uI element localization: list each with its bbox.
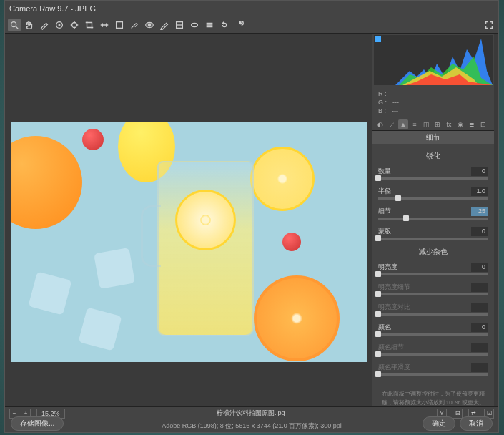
slider-mask[interactable]: 蒙版0 bbox=[378, 227, 488, 240]
tab-detail-icon[interactable]: ▲ bbox=[398, 119, 408, 129]
svg-point-0 bbox=[11, 21, 16, 26]
rotate-left-icon[interactable] bbox=[218, 19, 231, 31]
section-noise: 减少杂色 bbox=[378, 247, 488, 257]
svg-point-7 bbox=[148, 24, 151, 26]
slider-color[interactable]: 颜色0 bbox=[378, 323, 488, 336]
preview-pane bbox=[5, 34, 372, 406]
save-image-button[interactable]: 存储图像... bbox=[11, 416, 64, 431]
slider-color-smooth: 颜色平滑度 bbox=[378, 363, 488, 376]
preview-image bbox=[11, 122, 367, 362]
section-sharpen: 锐化 bbox=[378, 151, 488, 161]
svg-rect-5 bbox=[117, 21, 123, 28]
svg-point-2 bbox=[56, 21, 63, 28]
right-panel: R : --- G : --- B : --- ◐ ⟋ ▲ ≡ ◫ ⊞ fx ◉… bbox=[372, 34, 494, 406]
white-balance-tool-icon[interactable] bbox=[38, 19, 51, 31]
panel-tab-strip: ◐ ⟋ ▲ ≡ ◫ ⊞ fx ◉ ≣ ⊡ bbox=[372, 118, 494, 131]
hand-tool-icon[interactable] bbox=[23, 19, 36, 31]
rgb-readout: R : --- G : --- B : --- bbox=[372, 87, 494, 118]
svg-point-10 bbox=[192, 23, 198, 26]
filename: 柠檬汁饮料拍图原图.jpg bbox=[71, 409, 431, 418]
svg-line-1 bbox=[16, 26, 19, 29]
footer-meta-bar: 存储图像... Adobe RGB (1998); 8 位; 5616 x 37… bbox=[5, 419, 498, 432]
panel-hint: 在此面板中调整控件时，为了使预览更精确，请将预览大小缩放到 100% 或更大。 bbox=[378, 390, 488, 406]
preferences-icon[interactable] bbox=[203, 19, 216, 31]
image-meta[interactable]: Adobe RGB (1998); 8 位; 5616 x 3744 (21.0… bbox=[162, 421, 342, 431]
tab-fx-icon[interactable]: fx bbox=[444, 119, 454, 129]
radial-filter-tool-icon[interactable] bbox=[188, 19, 201, 31]
red-eye-tool-icon[interactable] bbox=[143, 19, 156, 31]
zoom-tool-icon[interactable] bbox=[8, 19, 21, 31]
rotate-right-icon[interactable] bbox=[233, 19, 246, 31]
slider-radius[interactable]: 半径1.0 bbox=[378, 187, 488, 200]
transform-tool-icon[interactable] bbox=[113, 19, 126, 31]
title-bar: Camera Raw 9.7 - JPEG bbox=[5, 1, 498, 16]
slider-luminance[interactable]: 明亮度0 bbox=[378, 263, 488, 275]
crop-tool-icon[interactable] bbox=[83, 19, 96, 31]
color-sampler-tool-icon[interactable] bbox=[53, 19, 66, 31]
toolbar bbox=[5, 16, 498, 34]
targeted-adjustment-tool-icon[interactable] bbox=[68, 19, 81, 31]
preview-canvas[interactable] bbox=[9, 38, 368, 402]
app-window: Camera Raw 9.7 - JPEG bbox=[4, 0, 499, 433]
svg-point-4 bbox=[72, 22, 77, 27]
slider-luminance-contrast: 明亮度对比 bbox=[378, 303, 488, 316]
slider-detail[interactable]: 细节25 bbox=[378, 207, 488, 220]
cancel-button[interactable]: 取消 bbox=[460, 416, 493, 431]
histogram[interactable] bbox=[374, 35, 493, 85]
straighten-tool-icon[interactable] bbox=[98, 19, 111, 31]
tab-basic-icon[interactable]: ◐ bbox=[375, 119, 385, 129]
fullscreen-icon[interactable] bbox=[483, 19, 495, 31]
tab-curve-icon[interactable]: ⟋ bbox=[387, 119, 397, 129]
tab-hsl-icon[interactable]: ≡ bbox=[410, 119, 420, 129]
tab-snapshots-icon[interactable]: ⊡ bbox=[478, 119, 488, 129]
graduated-filter-tool-icon[interactable] bbox=[173, 19, 186, 31]
slider-amount[interactable]: 数量0 bbox=[378, 167, 488, 180]
svg-point-3 bbox=[59, 24, 60, 26]
tab-lens-icon[interactable]: ⊞ bbox=[433, 119, 443, 129]
title-text: Camera Raw 9.7 - JPEG bbox=[9, 4, 96, 13]
shadow-clip-icon[interactable] bbox=[375, 36, 381, 42]
panel-title: 细节 bbox=[372, 131, 494, 144]
tab-split-icon[interactable]: ◫ bbox=[421, 119, 431, 129]
slider-luminance-detail: 明亮度细节 bbox=[378, 283, 488, 295]
ok-button[interactable]: 确定 bbox=[423, 416, 455, 431]
spot-removal-tool-icon[interactable] bbox=[128, 19, 141, 31]
tab-presets-icon[interactable]: ≣ bbox=[467, 119, 477, 129]
slider-color-detail: 颜色细节 bbox=[378, 343, 488, 356]
tab-camera-icon[interactable]: ◉ bbox=[455, 119, 465, 129]
adjustment-brush-tool-icon[interactable] bbox=[158, 19, 171, 31]
